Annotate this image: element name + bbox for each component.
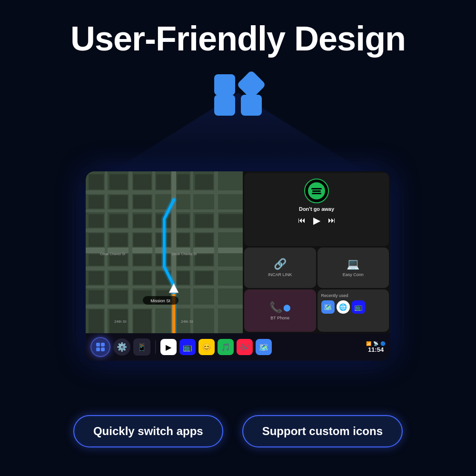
svg-rect-23: [133, 195, 151, 208]
svg-rect-11: [152, 171, 155, 333]
badge-custom-icons: Support custom icons: [242, 415, 403, 447]
hdot-1: [96, 343, 100, 347]
svg-text:Cesar Chavez St: Cesar Chavez St: [171, 252, 197, 256]
svg-rect-2: [86, 190, 243, 194]
logo-square-1: [214, 74, 235, 95]
logo-icon: [212, 70, 264, 116]
recently-used-label: Recently used: [321, 293, 386, 298]
svg-rect-37: [89, 254, 104, 266]
taskbar-tv[interactable]: 📺: [179, 339, 196, 355]
hdot-2: [101, 343, 105, 347]
home-button[interactable]: [90, 337, 110, 357]
bottom-badges: Quickly switch apps Support custom icons: [71, 415, 405, 447]
taskbar-play-store[interactable]: ▶: [160, 339, 177, 355]
svg-rect-15: [89, 174, 104, 189]
svg-rect-29: [195, 214, 213, 228]
svg-rect-19: [177, 174, 189, 189]
next-button[interactable]: ⏭: [328, 216, 336, 225]
hdot-3: [96, 347, 100, 351]
svg-rect-47: [177, 271, 189, 285]
svg-rect-18: [156, 174, 170, 189]
taskbar-divider: [155, 340, 156, 354]
taskbar: ⚙️ 📱 ▶ 📺 😊 🎵 🎶 🗺️ 📶 📡 🔵 11:54: [86, 333, 390, 361]
spotify-logo: [308, 182, 325, 199]
svg-rect-22: [109, 195, 128, 208]
svg-rect-43: [89, 271, 104, 285]
svg-rect-33: [133, 233, 151, 247]
screen-button[interactable]: 📱: [133, 338, 150, 356]
svg-rect-49: [89, 290, 104, 304]
music-controls: ⏮ ▶ ⏭: [298, 215, 336, 226]
recently-used-widget: Recently used 🗺️ 🌐 📺: [317, 289, 389, 332]
svg-rect-16: [109, 174, 128, 189]
svg-rect-42: [195, 254, 213, 266]
time-area: 📶 📡 🔵 11:54: [366, 341, 386, 353]
svg-rect-45: [133, 271, 151, 285]
recent-tv-app: 📺: [352, 300, 365, 314]
wifi-icon: 📡: [373, 341, 378, 346]
bt-phone-label: BT Phone: [270, 316, 289, 320]
svg-rect-31: [89, 233, 104, 247]
svg-rect-55: [133, 309, 151, 333]
taskbar-maps[interactable]: 🗺️: [256, 339, 272, 355]
spotify-icon: [304, 178, 329, 203]
svg-rect-3: [86, 209, 243, 212]
home-dots-icon: [96, 343, 105, 351]
recent-apps-row: 🗺️ 🌐 📺: [321, 300, 386, 314]
svg-rect-26: [133, 214, 151, 228]
recent-chrome-app: 🌐: [337, 300, 350, 314]
svg-rect-38: [109, 254, 128, 266]
taskbar-music[interactable]: 🎶: [237, 339, 253, 355]
music-widget: Don't go away ⏮ ▶ ⏭: [244, 173, 389, 246]
svg-rect-20: [195, 174, 213, 189]
svg-rect-39: [133, 254, 151, 266]
svg-rect-7: [86, 286, 243, 288]
easy-conn-icon: 💻: [347, 258, 359, 270]
screen-main-area: Mission St 24th St 24th St Cesar Chavez …: [86, 171, 390, 333]
prev-button[interactable]: ⏮: [298, 216, 306, 225]
logo-square-3: [214, 95, 235, 116]
svg-rect-50: [109, 290, 128, 304]
bt-phone-widget: 📞 ⬤ BT Phone: [244, 289, 316, 332]
svg-rect-53: [89, 309, 104, 333]
bluetooth-icon: ⬤: [283, 304, 291, 311]
svg-rect-24: [89, 214, 104, 228]
play-button[interactable]: ▶: [313, 215, 320, 226]
map-svg: Mission St 24th St 24th St Cesar Chavez …: [86, 171, 243, 333]
svg-rect-44: [109, 271, 128, 285]
bluetooth-icon: 🔵: [380, 341, 386, 346]
taskbar-emoji[interactable]: 😊: [198, 339, 215, 355]
taskbar-spotify[interactable]: 🎵: [218, 339, 234, 355]
svg-text:Cesar Chavez St: Cesar Chavez St: [100, 252, 125, 256]
svg-rect-21: [89, 195, 104, 208]
svg-rect-10: [129, 171, 132, 333]
easy-conn-widget: 💻 Easy Conn: [317, 248, 389, 288]
signal-icons: 📶 📡 🔵: [366, 341, 386, 346]
svg-rect-32: [109, 233, 128, 247]
badge-switch-apps: Quickly switch apps: [73, 415, 223, 447]
svg-rect-48: [195, 271, 213, 285]
svg-rect-41: [177, 254, 189, 266]
easy-conn-label: Easy Conn: [343, 272, 364, 277]
clock-display: 11:54: [368, 346, 384, 353]
settings-button[interactable]: ⚙️: [113, 338, 130, 356]
svg-rect-28: [177, 214, 189, 228]
svg-text:Mission St: Mission St: [150, 298, 170, 303]
svg-rect-36: [195, 233, 213, 247]
svg-text:24th St: 24th St: [114, 319, 127, 324]
recent-maps-app: 🗺️: [321, 300, 335, 314]
svg-rect-35: [177, 233, 189, 247]
svg-rect-30: [219, 214, 243, 228]
signal-bars-icon: 📶: [366, 341, 371, 346]
logo-square-4: [241, 95, 262, 116]
incar-link-widget: 🔗 INCAR LINK: [244, 248, 316, 288]
svg-text:24th St: 24th St: [181, 319, 193, 324]
device-screen: Mission St 24th St 24th St Cesar Chavez …: [86, 171, 390, 361]
map-area: Mission St 24th St 24th St Cesar Chavez …: [86, 171, 243, 333]
incar-link-label: INCAR LINK: [268, 272, 292, 277]
right-panel: Don't go away ⏮ ▶ ⏭ 🔗 INCAR LINK 💻 Easy …: [243, 171, 390, 333]
incar-link-icon: 🔗: [274, 258, 287, 270]
phone-icon: 📞: [269, 301, 282, 314]
svg-rect-14: [214, 171, 218, 333]
page-title: User-Friendly Design: [0, 0, 476, 58]
